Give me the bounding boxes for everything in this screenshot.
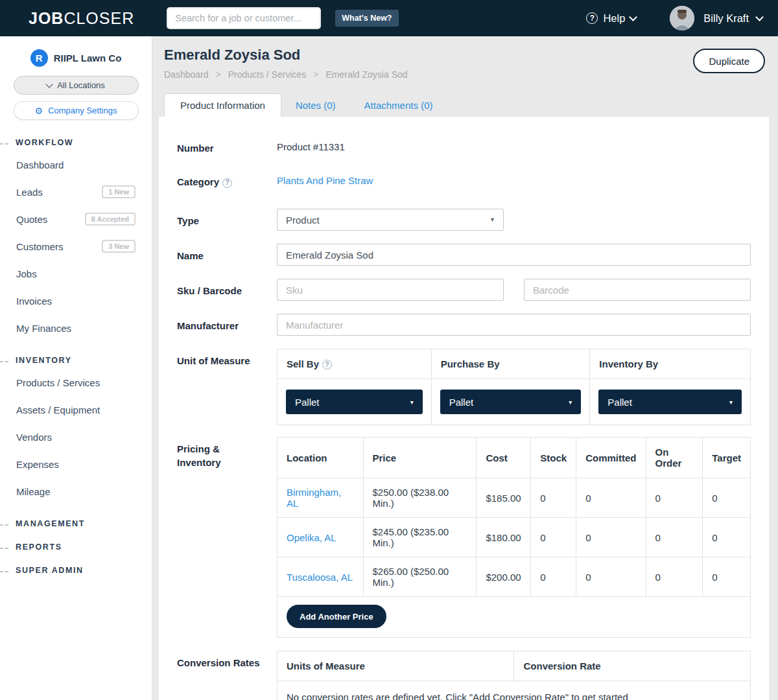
purchase-by-select[interactable]: Pallet ▾ <box>440 390 582 414</box>
purchase-by-value: Pallet <box>449 397 474 408</box>
number-value: Product #11331 <box>277 141 345 152</box>
col-stock: Stock <box>531 438 576 478</box>
sidebar-section-inventory[interactable]: INVENTORY <box>0 356 152 365</box>
add-another-price-button[interactable]: Add Another Price <box>287 605 386 628</box>
price-cell: $245.00 ($235.00 Min.) <box>363 518 477 557</box>
sidebar-item-label: Invoices <box>16 296 52 307</box>
sidebar-item-vendors[interactable]: Vendors <box>0 423 152 450</box>
target-cell: 0 <box>703 557 751 597</box>
company-settings-label: Company Settings <box>48 106 117 115</box>
location-link[interactable]: Tuscaloosa, AL <box>287 572 353 583</box>
sidebar-item-dashboard[interactable]: Dashboard <box>0 151 152 178</box>
sidebar: R RIIPL Lawn Co All Locations ⚙ Company … <box>0 36 152 700</box>
gear-icon: ⚙ <box>35 106 43 115</box>
sidebar-item-label: Jobs <box>16 268 37 279</box>
select-arrow-icon: ▾ <box>410 399 414 406</box>
logo-bold: JOB <box>29 9 64 27</box>
search-input[interactable] <box>167 7 321 29</box>
sidebar-item-quotes[interactable]: Quotes 8 Accepted <box>0 205 152 233</box>
breadcrumb-dashboard[interactable]: Dashboard <box>164 69 209 80</box>
sidebar-section-super-admin[interactable]: SUPER ADMIN <box>0 566 152 575</box>
breadcrumb-products-services[interactable]: Products / Services <box>228 69 307 80</box>
type-select[interactable]: Product ▼ <box>277 209 504 231</box>
on-order-cell: 0 <box>646 478 703 518</box>
stock-cell: 0 <box>531 478 576 518</box>
conversion-label: Conversion Rates <box>177 651 277 700</box>
barcode-input[interactable] <box>524 279 751 301</box>
sidebar-item-label: Leads <box>16 187 43 198</box>
pricing-label: Pricing & Inventory <box>177 437 277 638</box>
sidebar-item-label: My Finances <box>16 323 71 334</box>
sidebar-section-reports[interactable]: REPORTS <box>0 542 152 552</box>
committed-cell: 0 <box>576 478 646 518</box>
sku-barcode-label: Sku / Barcode <box>177 279 277 301</box>
avatar[interactable] <box>670 6 694 30</box>
inventory-by-select[interactable]: Pallet ▾ <box>598 390 742 414</box>
name-input[interactable] <box>277 244 751 266</box>
field-manufacturer: Manufacturer <box>177 314 751 336</box>
sidebar-item-leads[interactable]: Leads 1 New <box>0 178 152 205</box>
manufacturer-input[interactable] <box>277 314 751 336</box>
sell-by-help-icon[interactable]: ? <box>322 360 332 369</box>
stock-cell: 0 <box>531 518 576 557</box>
sidebar-item-mileage[interactable]: Mileage <box>0 478 152 505</box>
user-name: Billy Kraft <box>703 12 749 25</box>
location-link[interactable]: Birmingham, AL <box>287 487 341 509</box>
leads-badge: 1 New <box>102 185 136 198</box>
select-arrow-icon: ▾ <box>729 399 733 406</box>
company-settings-button[interactable]: ⚙ Company Settings <box>14 101 139 120</box>
chevron-down-icon <box>755 13 764 21</box>
whats-new-button[interactable]: What's New? <box>335 10 398 27</box>
breadcrumb-separator: > <box>216 69 221 80</box>
sidebar-section-management[interactable]: MANAGEMENT <box>0 519 152 528</box>
location-link[interactable]: Opelika, AL <box>287 532 336 543</box>
sku-input[interactable] <box>277 279 504 301</box>
category-link[interactable]: Plants And Pine Straw <box>277 175 373 186</box>
field-conversion-rates: Conversion Rates Units of Measure Conver… <box>177 651 751 700</box>
on-order-cell: 0 <box>646 518 703 557</box>
col-target: Target <box>703 438 751 478</box>
pricing-table: Location Price Cost Stock Committed On O… <box>277 437 751 638</box>
sidebar-item-label: Products / Services <box>16 377 100 388</box>
sidebar-nav: WORKFLOW Dashboard Leads 1 New Quotes 8 … <box>0 138 152 575</box>
tab-attachments[interactable]: Attachments (0) <box>350 94 447 117</box>
sidebar-item-my-finances[interactable]: My Finances <box>0 314 152 342</box>
sidebar-item-expenses[interactable]: Expenses <box>0 450 152 478</box>
sidebar-item-jobs[interactable]: Jobs <box>0 260 152 287</box>
select-arrow-icon: ▾ <box>569 399 572 406</box>
tab-notes[interactable]: Notes (0) <box>281 94 350 117</box>
sell-by-value: Pallet <box>295 397 320 408</box>
on-order-cell: 0 <box>646 557 703 597</box>
sidebar-item-assets-equipment[interactable]: Assets / Equipment <box>0 396 152 423</box>
col-on-order: On Order <box>646 438 703 478</box>
number-label: Number <box>177 141 277 155</box>
price-cell: $265.00 ($250.00 Min.) <box>363 557 477 597</box>
sidebar-item-invoices[interactable]: Invoices <box>0 287 152 314</box>
cost-cell: $185.00 <box>477 478 531 518</box>
category-label: Category? <box>177 175 277 189</box>
col-location: Location <box>277 438 364 478</box>
sell-by-select[interactable]: Pallet ▾ <box>286 390 423 414</box>
all-locations-dropdown[interactable]: All Locations <box>14 76 139 95</box>
company-name: RIIPL Lawn Co <box>54 52 122 64</box>
tab-product-information[interactable]: Product Information <box>164 93 281 117</box>
breadcrumb-separator: > <box>313 69 318 80</box>
logo-light: CLOSER <box>64 9 134 27</box>
app-logo[interactable]: JOBCLOSER <box>29 9 134 28</box>
conversion-header-row: Units of Measure Conversion Rate <box>277 651 751 681</box>
sidebar-item-label: Assets / Equipment <box>16 404 100 415</box>
category-help-icon[interactable]: ? <box>222 178 232 188</box>
duplicate-button[interactable]: Duplicate <box>693 49 765 73</box>
col-conversion-rate: Conversion Rate <box>514 651 751 681</box>
target-cell: 0 <box>703 518 751 557</box>
page-head: Emerald Zoysia Sod Dashboard > Products … <box>159 36 769 80</box>
sidebar-item-customers[interactable]: Customers 3 New <box>0 233 152 260</box>
cost-cell: $180.00 <box>477 518 531 557</box>
top-header: JOBCLOSER What's New? ? Help Billy Kraft <box>0 0 778 36</box>
help-menu[interactable]: ? Help <box>586 12 636 25</box>
sidebar-item-products-services[interactable]: Products / Services <box>0 369 152 396</box>
col-units-of-measure: Units of Measure <box>277 651 514 681</box>
sidebar-section-workflow[interactable]: WORKFLOW <box>0 138 152 147</box>
user-menu[interactable]: Billy Kraft <box>703 12 762 25</box>
inventory-by-value: Pallet <box>607 397 632 408</box>
